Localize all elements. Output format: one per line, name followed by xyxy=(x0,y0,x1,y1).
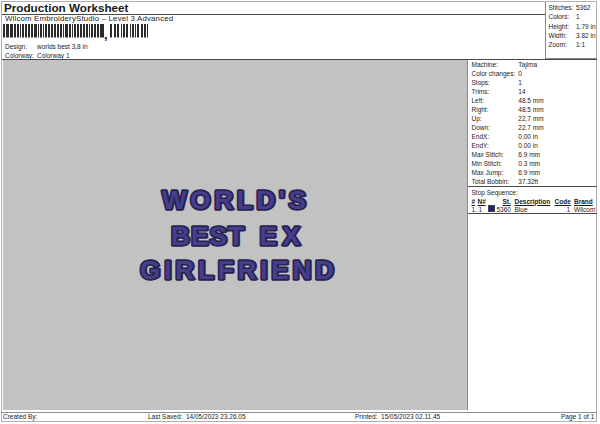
svg-text:EX: EX xyxy=(260,221,301,251)
svg-text:BEST: BEST xyxy=(171,221,244,251)
svg-text:,: , xyxy=(104,27,108,42)
svg-text:GIRLFRIEND: GIRLFRIEND xyxy=(140,255,334,285)
